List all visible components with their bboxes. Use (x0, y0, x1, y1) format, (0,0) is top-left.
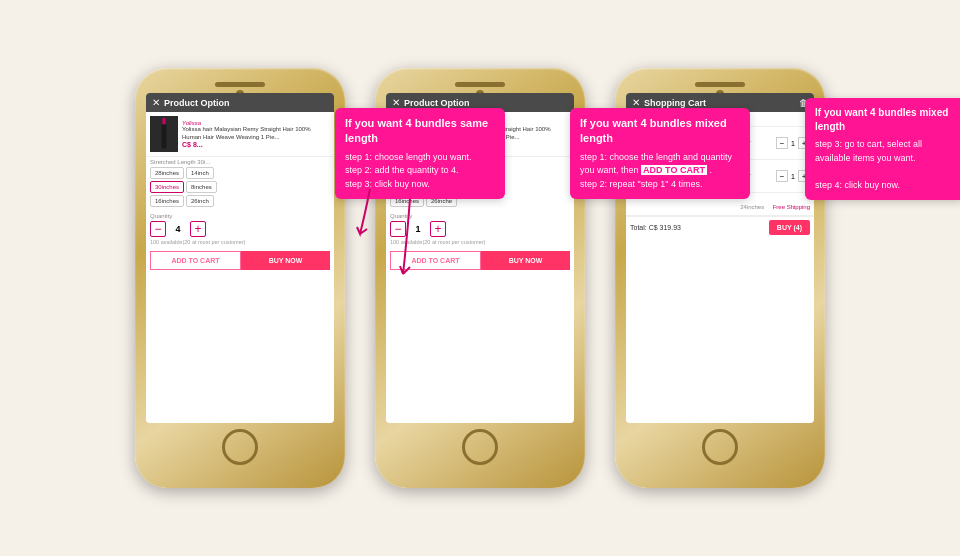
callout-phone1: If you want 4 bundles same length step 1… (335, 108, 505, 199)
phone1-quantity-section: Quantity − 4 + 100 available(20 at most … (146, 211, 334, 247)
phone1-lengths-row3: 16inches 26inch (150, 195, 330, 207)
callout3-step4: step 4: click buy now. (815, 180, 900, 190)
phone1-home-btn[interactable] (222, 429, 258, 465)
cart-shipping-badge: Free Shipping (773, 204, 810, 210)
phone1-stretched-label: Stretched Length 30i... (150, 159, 330, 165)
phone1-speaker (215, 82, 265, 87)
phone1-qty-control: − 4 + (150, 221, 330, 237)
phone2-speaker (455, 82, 505, 87)
callout2-period: . (709, 165, 712, 175)
callout2-step2: step 2: repeat "step 1" 4 times. (580, 179, 702, 189)
callout1-arrow2 (395, 199, 425, 279)
phone3-close[interactable]: ✕ (632, 97, 640, 108)
phone1-qty-plus[interactable]: + (190, 221, 206, 237)
callout1-step2: step 2: add the quantity to 4. (345, 165, 459, 175)
phone1-lengths-section: Stretched Length 30i... 28inches 14inch … (146, 157, 334, 211)
cart-buy-button[interactable]: BUY (4) (769, 220, 810, 235)
cart-item1-minus[interactable]: − (776, 137, 788, 149)
phone1-btn-row: ADD TO CART BUY NOW (146, 251, 334, 270)
phone1-header: ✕ Product Option (146, 93, 334, 112)
phone1-product-row: Yolissa Yolissa hair Malaysian Remy Stra… (146, 112, 334, 157)
callout3-step3: step 3: go to cart, select all available… (815, 139, 922, 163)
callout-phone2: If you want 4 bundles mixed length step … (570, 108, 750, 199)
length-btn-28[interactable]: 28inches (150, 167, 184, 179)
phone2-buy-now[interactable]: BUY NOW (481, 251, 570, 270)
length-btn-8[interactable]: 8inches (186, 181, 217, 193)
callout1-step3: step 3: click buy now. (345, 179, 430, 189)
length-btn-16[interactable]: 16inches (150, 195, 184, 207)
callout2-highlight: ADD TO CART (641, 165, 707, 175)
cart-total-text: Total: (630, 224, 647, 231)
phone1-product-info: Yolissa Yolissa hair Malaysian Remy Stra… (182, 120, 330, 147)
phone3-title: Shopping Cart (644, 98, 706, 108)
callout-phone3: If you want 4 bundles mixed length step … (805, 98, 960, 200)
phone1-title: Product Option (164, 98, 230, 108)
cart-footer: Total: C$ 319.93 BUY (4) (626, 216, 814, 238)
phone2-home-btn[interactable] (462, 429, 498, 465)
length-btn-14[interactable]: 14inch (186, 167, 214, 179)
phone2-close[interactable]: ✕ (392, 97, 400, 108)
phone1-buy-now[interactable]: BUY NOW (241, 251, 330, 270)
phone1: ✕ Product Option Yolissa Yolissa hair Ma… (135, 68, 345, 488)
length-btn-26[interactable]: 26inch (186, 195, 214, 207)
cart-item1-qty: 1 (789, 140, 797, 147)
phone2-qty-plus[interactable]: + (430, 221, 446, 237)
phone1-qty-value: 4 (170, 224, 186, 234)
phone1-close[interactable]: ✕ (152, 97, 160, 108)
phone1-add-to-cart[interactable]: ADD TO CART (150, 251, 241, 270)
callout2-title: If you want 4 bundles mixed length (580, 116, 740, 147)
cart-total-value: C$ 319.93 (649, 224, 681, 231)
callout1-step1: step 1: choose length you want. (345, 152, 472, 162)
phone1-price: C$ 8... (182, 141, 330, 148)
callout3-title: If you want 4 bundles mixed length (815, 106, 955, 134)
callout1-title: If you want 4 bundles same length (345, 116, 495, 147)
phone1-product-image (150, 116, 178, 152)
svg-rect-0 (162, 118, 165, 124)
cart-size-note: 24inches (740, 204, 764, 210)
phone1-lengths-row2: 30inches 8inches (150, 181, 330, 193)
phone1-qty-minus[interactable]: − (150, 221, 166, 237)
cart-item2-minus[interactable]: − (776, 170, 788, 182)
cart-item2-qty: 1 (789, 173, 797, 180)
svg-rect-1 (162, 124, 167, 148)
callout1-arrow1 (355, 189, 385, 239)
hair-icon (155, 118, 173, 150)
phone1-screen: ✕ Product Option Yolissa Yolissa hair Ma… (146, 93, 334, 423)
phone2-title: Product Option (404, 98, 470, 108)
cart-total-label: Total: C$ 319.93 (630, 224, 681, 231)
phone1-lengths-row1: 28inches 14inch (150, 167, 330, 179)
length-btn-30[interactable]: 30inches (150, 181, 184, 193)
phone1-qty-note: 100 available(20 at most per customer) (150, 239, 330, 245)
phone3-speaker (695, 82, 745, 87)
phone1-wrapper: If you want 4 bundles same length step 1… (135, 68, 345, 488)
phone3-home-btn[interactable] (702, 429, 738, 465)
phone1-product-name: Yolissa hair Malaysian Remy Straight Hai… (182, 126, 330, 140)
phone1-qty-label: Quantity (150, 213, 330, 219)
